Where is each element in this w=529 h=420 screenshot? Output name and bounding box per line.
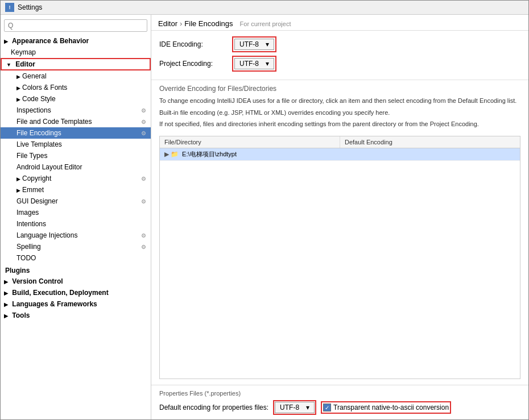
settings-icon-lang: ⚙ — [141, 232, 146, 239]
arrow-icon-colors: ▶ — [16, 85, 20, 91]
dropdown-arrow-project: ▾ — [266, 60, 269, 68]
for-project-label: For current project — [240, 20, 291, 27]
panel-body: IDE Encoding: UTF-8 ▾ Project Encoding: — [151, 31, 528, 419]
sidebar: ▶ Appearance & Behavior Keymap ▼ Editor … — [1, 15, 151, 419]
properties-label: Default encoding for properties files: — [159, 404, 268, 411]
project-encoding-group: UTF-8 ▾ — [232, 56, 276, 72]
sidebar-item-live-templates[interactable]: Live Templates — [1, 139, 151, 150]
properties-encoding-dropdown[interactable]: UTF-8 ▾ — [275, 402, 315, 413]
override-text2: Built-in file encoding (e.g. JSP, HTML o… — [159, 108, 520, 118]
right-panel: Editor › File Encodings For current proj… — [151, 15, 528, 419]
properties-row: Default encoding for properties files: U… — [159, 400, 520, 415]
arrow-icon-lang: ▶ — [4, 302, 8, 307]
search-input[interactable] — [4, 19, 147, 32]
transparent-checkbox[interactable]: ✓ — [323, 404, 331, 411]
properties-title: Properties Files (*.properties) — [159, 390, 520, 397]
panel-title: Editor › File Encodings For current proj… — [158, 19, 522, 28]
arrow-icon-emmet: ▶ — [16, 188, 20, 193]
search-box[interactable] — [4, 19, 147, 32]
file-directory-table: File/Directory Default Encoding ▶ 📁 E:\电… — [159, 136, 520, 380]
table-header: File/Directory Default Encoding — [160, 136, 520, 148]
sidebar-item-version-control[interactable]: ▶ Version Control — [1, 276, 151, 287]
encoding-section: IDE Encoding: UTF-8 ▾ Project Encoding: — [151, 31, 528, 80]
sidebar-item-language-injections[interactable]: Language Injections ⚙ — [1, 230, 151, 241]
sidebar-item-tools[interactable]: ▶ Tools — [1, 310, 151, 321]
sidebar-item-keymap[interactable]: Keymap — [1, 47, 151, 58]
main-content: ▶ Appearance & Behavior Keymap ▼ Editor … — [1, 15, 528, 419]
breadcrumb-editor: Editor — [158, 19, 177, 28]
settings-icon-gui: ⚙ — [141, 198, 146, 205]
ide-encoding-group: UTF-8 ▾ — [232, 36, 276, 52]
ide-encoding-row: IDE Encoding: UTF-8 ▾ — [159, 36, 520, 52]
sidebar-plugins-label: Plugins — [1, 264, 151, 276]
project-encoding-dropdown[interactable]: UTF-8 ▾ — [234, 58, 274, 69]
sidebar-item-todo[interactable]: TODO — [1, 252, 151, 264]
override-text1: To change encoding IntelliJ IDEA uses fo… — [159, 96, 520, 106]
settings-window: ! Settings ▶ Appearance & Behavior Keyma… — [0, 0, 529, 420]
settings-icon-encodings: ⚙ — [141, 130, 146, 136]
app-icon: ! — [5, 3, 14, 12]
table-row[interactable]: ▶ 📁 E:\电梯项目\zhdtypt — [160, 148, 520, 161]
sidebar-item-gui-designer[interactable]: GUI Designer ⚙ — [1, 196, 151, 207]
properties-section: Properties Files (*.properties) Default … — [151, 385, 528, 419]
sidebar-item-images[interactable]: Images — [1, 207, 151, 218]
sidebar-item-code-style[interactable]: ▶Code Style — [1, 93, 151, 105]
table-col-file: File/Directory — [160, 136, 340, 148]
table-col-encoding: Default Encoding — [340, 136, 520, 148]
sidebar-item-emmet[interactable]: ▶Emmet — [1, 184, 151, 196]
properties-encoding-group: UTF-8 ▾ — [273, 400, 316, 415]
arrow-icon-vc: ▶ — [4, 279, 8, 285]
check-icon: ✓ — [325, 405, 329, 411]
arrow-icon: ▶ — [4, 39, 8, 44]
breadcrumb-page: File Encodings — [184, 19, 233, 28]
transparent-checkbox-group[interactable]: ✓ Transparent native-to-ascii conversion — [321, 401, 451, 414]
arrow-icon-codestyle: ▶ — [16, 97, 20, 102]
sidebar-item-appearance[interactable]: ▶ Appearance & Behavior — [1, 35, 151, 47]
table-row-text: E:\电梯项目\zhdtypt — [182, 150, 237, 159]
window-title: Settings — [18, 3, 42, 11]
override-title: Override Encoding for Files/Directories — [159, 85, 520, 93]
arrow-icon-build: ▶ — [4, 290, 8, 296]
arrow-icon-tools: ▶ — [4, 313, 8, 319]
override-section: Override Encoding for Files/Directories … — [151, 80, 528, 136]
arrow-icon-editor: ▼ — [6, 62, 11, 68]
arrow-icon-general: ▶ — [16, 74, 20, 80]
settings-icon-spelling: ⚙ — [141, 244, 146, 250]
settings-icon-inspections: ⚙ — [141, 107, 146, 114]
transparent-label: Transparent native-to-ascii conversion — [333, 404, 449, 411]
settings-icon-templates: ⚙ — [141, 119, 146, 125]
panel-header: Editor › File Encodings For current proj… — [151, 15, 528, 31]
sidebar-item-spelling[interactable]: Spelling ⚙ — [1, 241, 151, 252]
table-body: ▶ 📁 E:\电梯项目\zhdtypt — [160, 148, 520, 161]
sidebar-item-android-layout[interactable]: Android Layout Editor — [1, 161, 151, 173]
sidebar-item-copyright[interactable]: ▶Copyright ⚙ — [1, 173, 151, 184]
dropdown-arrow-ide: ▾ — [266, 40, 269, 48]
project-encoding-row: Project Encoding: UTF-8 ▾ — [159, 56, 520, 72]
dropdown-arrow-props: ▾ — [306, 404, 309, 411]
ide-encoding-label: IDE Encoding: — [159, 40, 228, 48]
sidebar-item-build[interactable]: ▶ Build, Execution, Deployment — [1, 287, 151, 298]
override-text3: If not specified, files and directories … — [159, 119, 520, 129]
sidebar-item-editor[interactable]: ▼ Editor — [1, 58, 151, 70]
title-bar: ! Settings — [1, 1, 528, 15]
sidebar-item-file-types[interactable]: File Types — [1, 150, 151, 161]
sidebar-item-file-encodings[interactable]: File Encodings ⚙ — [1, 127, 151, 139]
ide-encoding-dropdown[interactable]: UTF-8 ▾ — [234, 39, 274, 50]
project-encoding-label: Project Encoding: — [159, 60, 228, 68]
settings-icon-copyright: ⚙ — [141, 176, 146, 182]
sidebar-item-file-code-templates[interactable]: File and Code Templates ⚙ — [1, 116, 151, 127]
sidebar-item-inspections[interactable]: Inspections ⚙ — [1, 105, 151, 116]
folder-icon: ▶ 📁 — [164, 151, 179, 158]
arrow-icon-copyright: ▶ — [16, 176, 20, 182]
sidebar-item-languages[interactable]: ▶ Languages & Frameworks — [1, 298, 151, 310]
sidebar-item-general[interactable]: ▶General — [1, 70, 151, 82]
sidebar-item-intentions[interactable]: Intentions — [1, 218, 151, 230]
sidebar-item-colors-fonts[interactable]: ▶Colors & Fonts — [1, 82, 151, 93]
breadcrumb-separator: › — [180, 19, 182, 28]
